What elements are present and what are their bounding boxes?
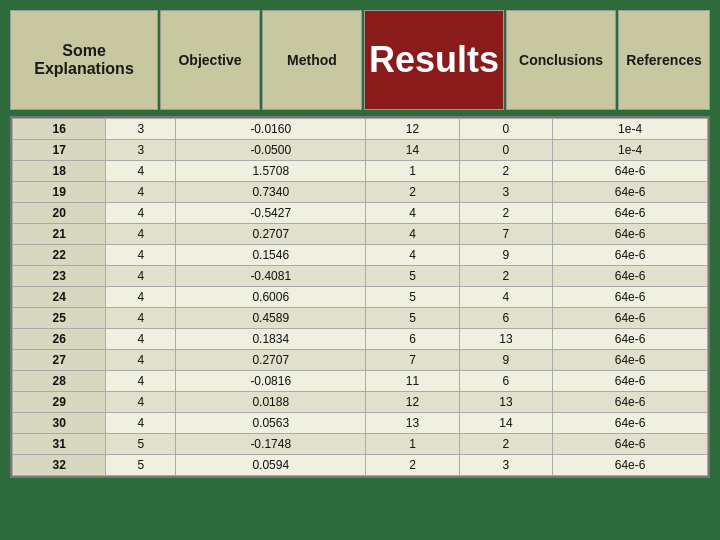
row-objective: 3 bbox=[106, 140, 176, 161]
row-id: 24 bbox=[13, 287, 106, 308]
row-conclusions: 6 bbox=[459, 371, 552, 392]
row-references: 64e-6 bbox=[553, 182, 708, 203]
conclusions-label: Conclusions bbox=[506, 10, 616, 110]
row-conclusions: 0 bbox=[459, 119, 552, 140]
row-results: 5 bbox=[366, 266, 459, 287]
row-method: 0.4589 bbox=[176, 308, 366, 329]
row-references: 64e-6 bbox=[553, 161, 708, 182]
row-results: 12 bbox=[366, 119, 459, 140]
method-text: Method bbox=[287, 52, 337, 68]
table-row: 23 4 -0.4081 5 2 64e-6 bbox=[13, 266, 708, 287]
row-objective: 3 bbox=[106, 119, 176, 140]
row-id: 19 bbox=[13, 182, 106, 203]
row-references: 64e-6 bbox=[553, 371, 708, 392]
table-row: 19 4 0.7340 2 3 64e-6 bbox=[13, 182, 708, 203]
row-conclusions: 4 bbox=[459, 287, 552, 308]
table-row: 20 4 -0.5427 4 2 64e-6 bbox=[13, 203, 708, 224]
row-objective: 4 bbox=[106, 392, 176, 413]
row-method: 0.2707 bbox=[176, 350, 366, 371]
row-objective: 4 bbox=[106, 203, 176, 224]
row-results: 1 bbox=[366, 434, 459, 455]
row-objective: 4 bbox=[106, 371, 176, 392]
row-id: 17 bbox=[13, 140, 106, 161]
row-results: 6 bbox=[366, 329, 459, 350]
table-row: 32 5 0.0594 2 3 64e-6 bbox=[13, 455, 708, 476]
row-results: 2 bbox=[366, 455, 459, 476]
row-results: 11 bbox=[366, 371, 459, 392]
table-row: 30 4 0.0563 13 14 64e-6 bbox=[13, 413, 708, 434]
table-row: 21 4 0.2707 4 7 64e-6 bbox=[13, 224, 708, 245]
table-row: 28 4 -0.0816 11 6 64e-6 bbox=[13, 371, 708, 392]
row-conclusions: 0 bbox=[459, 140, 552, 161]
row-id: 21 bbox=[13, 224, 106, 245]
row-id: 30 bbox=[13, 413, 106, 434]
row-method: 0.6006 bbox=[176, 287, 366, 308]
row-references: 64e-6 bbox=[553, 224, 708, 245]
row-objective: 4 bbox=[106, 224, 176, 245]
row-id: 31 bbox=[13, 434, 106, 455]
table-row: 26 4 0.1834 6 13 64e-6 bbox=[13, 329, 708, 350]
row-references: 64e-6 bbox=[553, 308, 708, 329]
row-method: -0.0500 bbox=[176, 140, 366, 161]
row-references: 64e-6 bbox=[553, 203, 708, 224]
row-method: 0.1834 bbox=[176, 329, 366, 350]
row-conclusions: 2 bbox=[459, 434, 552, 455]
row-id: 27 bbox=[13, 350, 106, 371]
row-method: -0.5427 bbox=[176, 203, 366, 224]
row-results: 7 bbox=[366, 350, 459, 371]
row-results: 5 bbox=[366, 287, 459, 308]
row-objective: 5 bbox=[106, 455, 176, 476]
data-table: 16 3 -0.0160 12 0 1e-4 17 3 -0.0500 14 0… bbox=[12, 118, 708, 476]
row-results: 4 bbox=[366, 224, 459, 245]
row-references: 64e-6 bbox=[553, 350, 708, 371]
row-conclusions: 2 bbox=[459, 161, 552, 182]
row-references: 64e-6 bbox=[553, 287, 708, 308]
row-references: 64e-6 bbox=[553, 245, 708, 266]
row-conclusions: 13 bbox=[459, 329, 552, 350]
row-id: 20 bbox=[13, 203, 106, 224]
row-conclusions: 2 bbox=[459, 266, 552, 287]
conclusions-text: Conclusions bbox=[519, 52, 603, 68]
results-text: Results bbox=[369, 39, 499, 81]
data-table-container: 16 3 -0.0160 12 0 1e-4 17 3 -0.0500 14 0… bbox=[10, 116, 710, 478]
row-references: 64e-6 bbox=[553, 413, 708, 434]
row-id: 28 bbox=[13, 371, 106, 392]
row-id: 23 bbox=[13, 266, 106, 287]
row-results: 4 bbox=[366, 203, 459, 224]
table-row: 17 3 -0.0500 14 0 1e-4 bbox=[13, 140, 708, 161]
row-references: 64e-6 bbox=[553, 392, 708, 413]
table-row: 31 5 -0.1748 1 2 64e-6 bbox=[13, 434, 708, 455]
objective-label: Objective bbox=[160, 10, 260, 110]
row-method: 0.0594 bbox=[176, 455, 366, 476]
row-id: 32 bbox=[13, 455, 106, 476]
results-label: Results bbox=[364, 10, 504, 110]
row-method: 0.0563 bbox=[176, 413, 366, 434]
row-objective: 4 bbox=[106, 182, 176, 203]
row-references: 64e-6 bbox=[553, 455, 708, 476]
row-conclusions: 7 bbox=[459, 224, 552, 245]
row-objective: 4 bbox=[106, 308, 176, 329]
row-conclusions: 13 bbox=[459, 392, 552, 413]
row-results: 4 bbox=[366, 245, 459, 266]
row-conclusions: 9 bbox=[459, 245, 552, 266]
row-references: 64e-6 bbox=[553, 434, 708, 455]
row-objective: 4 bbox=[106, 329, 176, 350]
row-id: 22 bbox=[13, 245, 106, 266]
references-label: References bbox=[618, 10, 710, 110]
row-objective: 4 bbox=[106, 413, 176, 434]
row-method: -0.0160 bbox=[176, 119, 366, 140]
objective-text: Objective bbox=[178, 52, 241, 68]
row-objective: 5 bbox=[106, 434, 176, 455]
table-row: 16 3 -0.0160 12 0 1e-4 bbox=[13, 119, 708, 140]
row-method: -0.0816 bbox=[176, 371, 366, 392]
row-id: 18 bbox=[13, 161, 106, 182]
row-references: 1e-4 bbox=[553, 119, 708, 140]
row-objective: 4 bbox=[106, 350, 176, 371]
row-conclusions: 3 bbox=[459, 182, 552, 203]
method-label: Method bbox=[262, 10, 362, 110]
row-conclusions: 2 bbox=[459, 203, 552, 224]
row-results: 5 bbox=[366, 308, 459, 329]
row-results: 14 bbox=[366, 140, 459, 161]
row-method: 0.0188 bbox=[176, 392, 366, 413]
table-row: 25 4 0.4589 5 6 64e-6 bbox=[13, 308, 708, 329]
